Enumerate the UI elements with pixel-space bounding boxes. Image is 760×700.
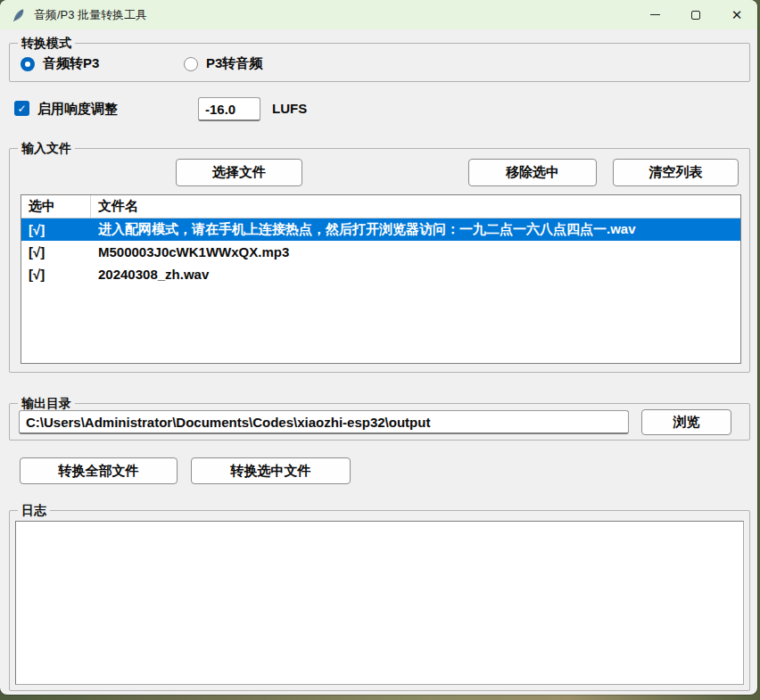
loudness-checkbox[interactable]: ✓ (14, 101, 29, 116)
radio-label: P3转音频 (206, 55, 262, 72)
convert-selected-button[interactable]: 转换选中文件 (191, 457, 351, 484)
maximize-button[interactable] (675, 0, 716, 29)
file-table-header: 选中 文件名 (21, 195, 740, 218)
output-group-label: 输出目录 (18, 395, 75, 411)
table-row[interactable]: [√] 20240308_zh.wav (21, 263, 740, 285)
input-files-groupbox: 输入文件 选择文件 移除选中 清空列表 选中 文件名 [√] 进入配网模式，请在… (9, 148, 750, 373)
column-header-filename[interactable]: 文件名 (91, 195, 740, 218)
input-group-label: 输入文件 (18, 140, 75, 156)
log-groupbox: 日志 (9, 510, 750, 691)
window-title: 音频/P3 批量转换工具 (34, 7, 634, 23)
row-filename-cell: 20240308_zh.wav (91, 267, 740, 282)
check-icon: ✓ (17, 103, 26, 115)
convert-all-button[interactable]: 转换全部文件 (20, 457, 178, 484)
row-checked-cell: [√] (21, 244, 91, 259)
browse-button[interactable]: 浏览 (641, 409, 731, 435)
radio-audio-to-p3[interactable]: 音频转P3 (21, 55, 99, 72)
close-button[interactable]: ✕ (716, 0, 757, 29)
row-checked-cell: [√] (21, 222, 91, 237)
row-filename-cell: 进入配网模式，请在手机上连接热点，然后打开浏览器访问：一九二点一六八点四点一.w… (91, 221, 740, 238)
output-dir-groupbox: 输出目录 浏览 (9, 403, 750, 441)
select-files-button[interactable]: 选择文件 (176, 159, 302, 186)
radio-label: 音频转P3 (43, 55, 99, 72)
table-row[interactable]: [√] M500003J0cWK1WWxQX.mp3 (21, 241, 740, 263)
minimize-button[interactable] (634, 0, 675, 29)
column-header-checked[interactable]: 选中 (21, 195, 91, 218)
maximize-icon (691, 11, 700, 20)
loudness-checkbox-label: 启用响度调整 (37, 101, 118, 118)
radio-p3-to-audio[interactable]: P3转音频 (184, 55, 262, 72)
row-checked-cell: [√] (21, 267, 91, 282)
radio-selected-icon (21, 57, 35, 71)
remove-selected-button[interactable]: 移除选中 (468, 159, 597, 186)
python-feather-icon (12, 8, 26, 22)
table-row[interactable]: [√] 进入配网模式，请在手机上连接热点，然后打开浏览器访问：一九二点一六八点四… (21, 218, 740, 241)
lufs-input[interactable] (198, 97, 260, 121)
log-group-label: 日志 (18, 502, 50, 518)
row-filename-cell: M500003J0cWK1WWxQX.mp3 (91, 244, 740, 259)
output-path-input[interactable] (19, 410, 629, 434)
app-window: 音频/P3 批量转换工具 ✕ 转换模式 音频转P3 P3转音频 ✓ 启用响度调整… (0, 0, 757, 695)
lufs-unit-label: LUFS (272, 101, 307, 116)
file-table: 选中 文件名 [√] 进入配网模式，请在手机上连接热点，然后打开浏览器访问：一九… (21, 194, 741, 364)
minimize-icon (650, 14, 660, 15)
mode-groupbox: 转换模式 音频转P3 P3转音频 (9, 43, 750, 82)
log-textarea[interactable] (15, 521, 744, 685)
titlebar: 音频/P3 批量转换工具 ✕ (0, 0, 757, 29)
clear-list-button[interactable]: 清空列表 (613, 159, 739, 186)
close-icon: ✕ (731, 8, 743, 21)
mode-group-label: 转换模式 (18, 35, 75, 51)
radio-unselected-icon (184, 57, 198, 71)
